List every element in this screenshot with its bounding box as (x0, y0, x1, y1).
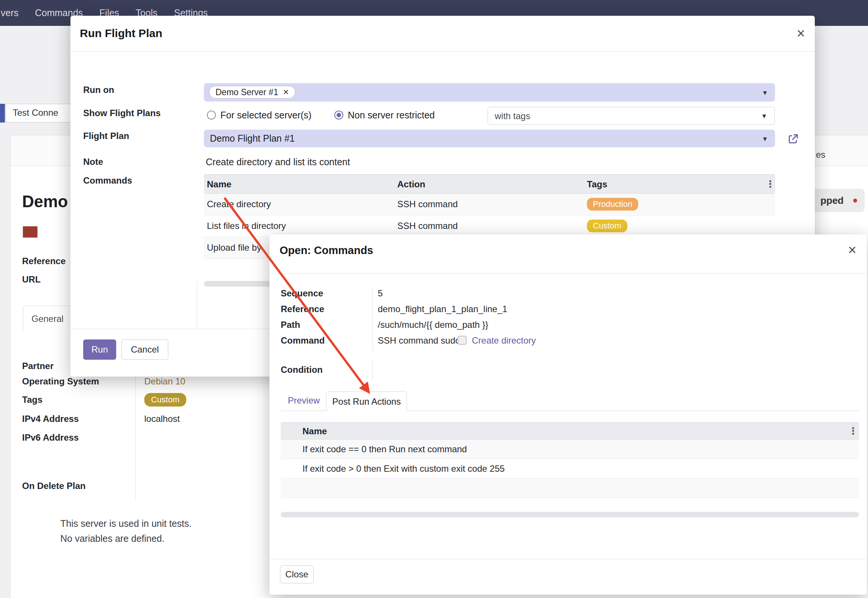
table-header: Name Action Tags ⋮ (204, 174, 775, 194)
table-header: Name ⋮ (281, 422, 859, 440)
value-reference: demo_flight_plan_1_plan_line_1 (378, 304, 507, 314)
status-dot-icon: ● (853, 195, 858, 205)
run-on-field[interactable]: Demo Server #1 ✕ ▾ (204, 83, 775, 102)
cell-name: If exit code > 0 then Exit with custom e… (302, 463, 505, 474)
label-sequence: Sequence (281, 288, 323, 299)
unit-test-note-line1: This server is used in unit tests. (60, 518, 192, 529)
section-divider (197, 281, 197, 329)
cell-name: If exit code == 0 then Run next command (302, 444, 467, 454)
cell-name: Create directory (207, 199, 271, 209)
run-button[interactable]: Run (83, 339, 116, 360)
label-show-flight-plans: Show Flight Plans (83, 108, 161, 118)
footer-divider (269, 559, 867, 559)
tag-badge: Production (587, 198, 638, 211)
group-divider (135, 360, 136, 501)
plan-note-text: Create directory and list its content (206, 157, 350, 167)
column-tags[interactable]: Tags (587, 179, 607, 190)
open-record-icon[interactable] (787, 133, 799, 145)
table-hscrollbar[interactable] (281, 512, 859, 517)
post-run-actions-table: Name ⋮ If exit code == 0 then Run next c… (281, 422, 859, 498)
left-edge-button-fragment[interactable] (0, 104, 5, 123)
modal-header: Open: Commands × (269, 235, 867, 274)
value-sequence: 5 (378, 288, 383, 299)
label-partner: Partner (22, 361, 54, 371)
label-ipv6: IPv6 Address (22, 432, 79, 443)
field-divider (373, 360, 373, 379)
close-icon[interactable]: × (797, 26, 805, 40)
server-tag-label: Demo Server #1 (216, 87, 278, 97)
label-tags: Tags (22, 395, 42, 405)
table-row[interactable]: If exit code == 0 then Run next command (281, 440, 859, 459)
tab-preview[interactable]: Preview (288, 395, 320, 406)
close-button[interactable]: Close (280, 565, 314, 583)
label-condition: Condition (281, 365, 323, 375)
cell-action: SSH command (397, 221, 458, 231)
table-options-icon[interactable]: ⋮ (765, 179, 775, 189)
nav-item-servers[interactable]: vers (1, 7, 18, 18)
radio-non-server-restricted[interactable] (334, 111, 343, 120)
remove-tag-icon[interactable]: ✕ (283, 88, 289, 97)
label-operating-system: Operating System (22, 376, 99, 387)
modal-header: Run Flight Plan × (70, 16, 815, 52)
flight-plan-value: Demo Flight Plan #1 (210, 133, 295, 144)
label-on-delete-plan: On Delete Plan (22, 481, 85, 491)
tags-badge: Custom (144, 393, 186, 407)
label-path: Path (281, 320, 300, 330)
label-commands: Commands (83, 175, 132, 186)
cell-action: SSH command (397, 199, 458, 209)
record-title: Demo (22, 192, 68, 211)
table-row[interactable]: If exit code > 0 then Exit with custom e… (281, 459, 859, 478)
table-row-empty (281, 478, 859, 498)
with-tags-select[interactable]: with tags ▾ (488, 107, 775, 125)
column-action[interactable]: Action (397, 179, 425, 190)
server-tag-chip[interactable]: Demo Server #1 ✕ (209, 86, 295, 99)
value-command: SSH command sudo (378, 335, 460, 346)
tag-badge: Custom (587, 220, 627, 232)
open-commands-modal: Open: Commands × Sequence 5 Reference de… (269, 235, 867, 595)
screen: vers Commands Files Tools Settings Test … (0, 0, 868, 598)
column-name[interactable]: Name (302, 426, 327, 437)
label-reference: Reference (281, 304, 324, 314)
close-icon[interactable]: × (848, 243, 856, 257)
statusbar-text-fragment: es (816, 150, 825, 160)
value-ipv4: localhost (144, 414, 180, 424)
flight-plan-select[interactable]: Demo Flight Plan #1 ▾ (204, 130, 775, 147)
value-operating-system[interactable]: Debian 10 (144, 376, 185, 387)
radio-for-selected-servers[interactable] (207, 111, 216, 120)
table-options-icon[interactable]: ⋮ (848, 426, 858, 436)
label-flight-plan: Flight Plan (83, 131, 129, 141)
dropdown-caret-icon[interactable]: ▾ (763, 134, 767, 143)
radio-for-selected-servers-label[interactable]: For selected server(s) (220, 110, 311, 121)
create-directory-link[interactable]: Create directory (472, 335, 536, 346)
table-row[interactable]: List files in directory SSH command Cust… (204, 215, 775, 237)
table-row[interactable]: Create directory SSH command Production (204, 194, 775, 215)
cancel-button[interactable]: Cancel (121, 339, 168, 360)
label-reference: Reference (22, 256, 66, 266)
create-directory-checkbox[interactable] (458, 336, 467, 345)
unit-test-note-line2: No variables are defined. (60, 533, 165, 544)
status-badge-fragment: pped (820, 195, 844, 206)
modal-title: Open: Commands (280, 244, 373, 257)
cell-name: List files in directory (207, 221, 286, 231)
column-name[interactable]: Name (207, 179, 231, 190)
cell-name: Upload file by (207, 242, 261, 253)
label-ipv4: IPv4 Address (22, 414, 79, 424)
color-swatch (23, 226, 37, 238)
radio-non-server-restricted-label[interactable]: Non server restricted (348, 110, 435, 121)
label-url: URL (22, 274, 40, 285)
tab-post-run-actions[interactable]: Post Run Actions (326, 391, 407, 411)
dropdown-caret-icon[interactable]: ▾ (762, 111, 766, 120)
dropdown-caret-icon[interactable]: ▾ (763, 88, 767, 97)
value-path: /such/much/{{ demo_path }} (378, 320, 488, 330)
label-note: Note (83, 157, 103, 167)
field-divider (373, 287, 373, 351)
label-run-on: Run on (83, 85, 114, 95)
label-command: Command (281, 335, 325, 346)
modal-title: Run Flight Plan (80, 27, 162, 40)
with-tags-value: with tags (495, 111, 530, 121)
